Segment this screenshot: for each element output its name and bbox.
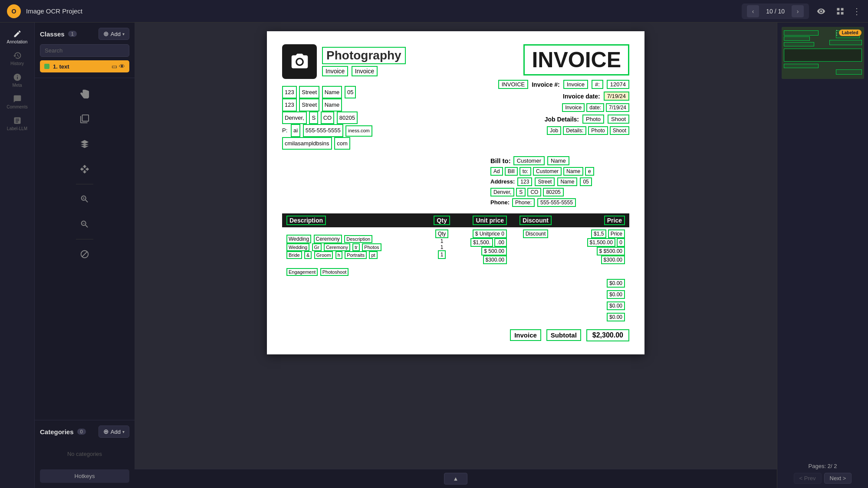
ocr-qty1c: 1	[438, 250, 446, 259]
eye-icon-button[interactable]	[814, 4, 828, 18]
invoice-num-row: INVOICE Invoice #: Invoice #: 12074	[498, 80, 629, 89]
zero4-unit	[456, 311, 511, 323]
add-cat-icon: ⊕	[103, 428, 109, 436]
table-row-zero1: $0.00	[282, 278, 629, 289]
thumb-box1	[784, 30, 819, 36]
categories-title: Categories	[40, 428, 74, 436]
col-unit-box: Unit price	[473, 216, 507, 225]
ocr-photoshoot: Photoshoot	[320, 268, 349, 276]
sidebar-item-annotation[interactable]: Annotation	[0, 26, 34, 48]
bill-to-section: Bill to: Customer Name Ad Bill to: Custo…	[282, 156, 629, 207]
ocr-qty1: 1	[441, 238, 444, 244]
ocr-wedding: Wedding	[286, 235, 311, 243]
ocr-cphone: 555-555-5555	[537, 198, 576, 207]
hand-tool-button[interactable]	[72, 82, 98, 106]
thumb-box5	[829, 40, 862, 45]
row-eng-price	[560, 266, 629, 278]
pages-label: Pages: 2/ 2	[782, 463, 864, 469]
classes-count-badge: 1	[68, 31, 77, 37]
ocr-500: $ 500.00	[481, 247, 507, 255]
ocr-streetb: Street	[299, 98, 319, 111]
collapse-button[interactable]: ▲	[444, 473, 468, 485]
zoom-out-button[interactable]	[72, 212, 98, 236]
add-label: Add	[111, 31, 121, 37]
add-chevron-icon: ▾	[122, 32, 125, 36]
sidebar-item-comments[interactable]: Comments	[0, 91, 34, 113]
class-eye-icon[interactable]: 👁	[119, 63, 125, 70]
disable-tool-button[interactable]	[72, 242, 98, 266]
search-input[interactable]	[40, 44, 129, 57]
ocr-p300: $300.00	[601, 255, 625, 264]
invoice-right-section: INVOICE INVOICE Invoice #: Invoice #: 12…	[498, 44, 629, 135]
ocr-details2: Details:	[563, 126, 586, 135]
job-meta-row: Job Details: Photo Shoot	[498, 126, 629, 135]
class-rect-icon[interactable]: ▭	[112, 63, 117, 70]
row1-desc: Wedding Ceremony Description Wedding Gr …	[282, 227, 428, 266]
table-row-zero3: $0.00	[282, 300, 629, 311]
ocr-portraits: Portraits	[345, 251, 367, 259]
ocr-1500: $1,500.	[470, 238, 493, 247]
zero3-disc	[511, 300, 560, 311]
label-llm-label: Label-LLM	[7, 126, 27, 131]
thumbnail-image: Labeled ⋮	[782, 27, 864, 79]
vendor-address: 123 Street Name 05 123 Street Name	[282, 86, 406, 150]
grid-icon-button[interactable]	[833, 4, 847, 18]
sidebar-item-history[interactable]: History	[0, 48, 34, 69]
ocr-wedding2: Wedding	[286, 243, 309, 251]
ocr-cstreet: Street	[535, 177, 555, 186]
app-logo: O	[7, 4, 21, 18]
sidebar-item-meta[interactable]: Meta	[0, 69, 34, 91]
ocr-biz: iness.com	[345, 125, 372, 137]
thumb-box3	[784, 42, 814, 46]
zero4-qty	[428, 311, 456, 323]
row-eng-desc: Engagement Photoshoot	[282, 266, 428, 278]
add-class-button[interactable]: ⊕ Add ▾	[99, 28, 129, 40]
zero4-disc	[511, 311, 560, 323]
next-page-button[interactable]: ›	[792, 5, 804, 17]
camera-logo	[282, 44, 317, 79]
hotkeys-button[interactable]: Hotkeys	[40, 469, 129, 483]
topbar-right: ⋮	[814, 4, 861, 18]
thumbnail-container: Labeled ⋮	[782, 27, 864, 79]
thumbnail-more-button[interactable]: ⋮	[833, 29, 840, 37]
add-category-button[interactable]: ⊕ Add ▾	[99, 426, 129, 438]
table-row-zero2: $0.00	[282, 289, 629, 300]
table-header: Description Qty Unit price Discount	[282, 213, 629, 227]
class-item-text[interactable]: 1. text ▭ 👁	[40, 60, 129, 72]
ocr-h: h	[335, 251, 342, 259]
invoice-table: Description Qty Unit price Discount	[282, 213, 629, 323]
invoice-date-row: Invoice date: 7/19/24	[498, 92, 629, 101]
next-page-btn[interactable]: Next >	[824, 473, 852, 484]
page-indicator: 10 / 10	[763, 8, 788, 15]
ocr-desc-box: Description	[344, 235, 372, 243]
ocr-amp: &	[304, 251, 312, 259]
ocr-photo: Photo	[582, 115, 604, 124]
bill-to-header-row: Bill to: Customer Name	[490, 156, 629, 165]
zero4-price: $0.00	[560, 311, 629, 323]
ocr-price-box: $1,5	[591, 229, 606, 238]
transform-tool-button[interactable]	[72, 157, 98, 181]
polygon-tool-button[interactable]	[72, 132, 98, 156]
select-tool-button[interactable]	[72, 107, 98, 131]
invoice-word-box2: Invoice	[352, 66, 378, 76]
ocr-invoice-word: Invoice	[563, 80, 588, 89]
prev-page-btn[interactable]: < Prev	[794, 473, 822, 484]
classes-section: Classes 1 ⊕ Add ▾ 1. text ▭ 👁	[35, 23, 135, 78]
more-menu-button[interactable]: ⋮	[852, 6, 861, 16]
table-row: Wedding Ceremony Description Wedding Gr …	[282, 227, 629, 266]
thumb-box6	[784, 64, 819, 68]
eye-icon	[817, 7, 825, 16]
zero3-unit	[456, 300, 511, 311]
prev-page-button[interactable]: ‹	[747, 5, 759, 17]
invoice-canvas: Photography Invoice Invoice	[267, 31, 644, 354]
ocr-cer2: Ceremony	[324, 243, 350, 251]
row-eng-unit	[456, 266, 511, 278]
ocr-unitprice-box: $ Unitprice 0	[473, 229, 507, 238]
ocr-cco: CO	[527, 188, 541, 197]
sidebar-item-label-llm[interactable]: Label-LLM	[0, 113, 34, 134]
ocr-p500: $ $500.00	[597, 247, 625, 255]
ocr-invoice-num: 12074	[607, 80, 629, 89]
grid-icon	[836, 7, 845, 16]
zoom-in-button[interactable]	[72, 187, 98, 211]
zero1-unit	[456, 278, 511, 289]
